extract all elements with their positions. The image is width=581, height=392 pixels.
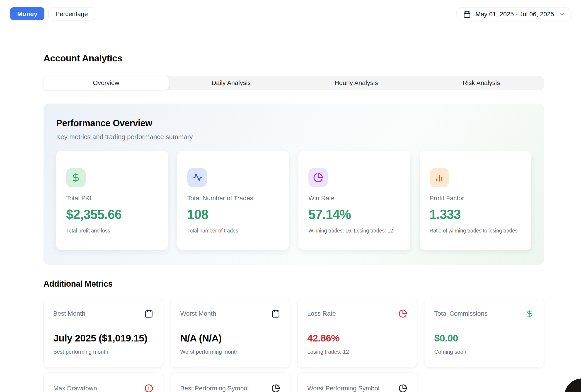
- best-month-value: July 2025 ($1,019.15): [53, 332, 153, 345]
- total-trades-label: Total Number of Trades: [188, 195, 279, 202]
- main-content: Account Analytics Overview Daily Analysi…: [44, 53, 544, 392]
- best-month-description: Best performing month: [53, 349, 153, 355]
- chat-fab-button[interactable]: [564, 378, 581, 392]
- top-bar: Money Percentage May 01, 2025 - Jul 06, …: [0, 0, 581, 21]
- max-drawdown-card: Max Drawdown: [44, 372, 163, 392]
- loss-rate-label: Loss Rate: [307, 310, 336, 317]
- total-trades-card: Total Number of Trades 108 Total number …: [178, 151, 289, 250]
- tab-hourly-analysis[interactable]: Hourly Analysis: [294, 76, 419, 90]
- best-performing-symbol-card: Best Performing Symbol: [171, 372, 290, 392]
- total-pnl-description: Total profit and loss: [66, 228, 158, 234]
- win-rate-label: Win Rate: [308, 195, 400, 202]
- tab-risk-analysis[interactable]: Risk Analysis: [419, 76, 544, 90]
- total-pnl-value: $2,355.66: [66, 207, 158, 222]
- total-commissions-description: Coming soon: [434, 349, 534, 355]
- win-rate-description: Winning trades: 16, Losing trades: 12: [308, 228, 400, 234]
- dollar-sign-icon: [66, 168, 86, 188]
- date-range-picker[interactable]: May 01, 2025 - Jul 06, 2025: [456, 7, 572, 21]
- alert-circle-icon: [144, 384, 153, 392]
- tab-overview[interactable]: Overview: [44, 76, 168, 90]
- total-commissions-label: Total Commissions: [434, 310, 488, 317]
- worst-performing-symbol-label: Worst Performing Symbol: [307, 385, 379, 392]
- worst-month-description: Worst performing month: [180, 349, 280, 355]
- date-range-text: May 01, 2025 - Jul 06, 2025: [476, 11, 554, 18]
- profit-factor-description: Ratio of winning trades to losing trades: [430, 228, 522, 234]
- best-performing-symbol-label: Best Performing Symbol: [180, 385, 249, 392]
- profit-factor-card: Profit Factor 1.333 Ratio of winning tra…: [420, 151, 531, 250]
- performance-overview-section: Performance Overview Key metrics and tra…: [44, 104, 544, 265]
- profit-factor-label: Profit Factor: [430, 195, 522, 202]
- calendar-icon: [144, 309, 153, 318]
- win-rate-card: Win Rate 57.14% Winning trades: 16, Losi…: [298, 151, 410, 250]
- tab-daily-analysis[interactable]: Daily Analysis: [168, 76, 294, 90]
- loss-rate-card: Loss Rate 42.86% Losing trades: 12: [298, 298, 417, 367]
- worst-performing-symbol-card: Worst Performing Symbol: [298, 372, 417, 392]
- win-rate-value: 57.14%: [308, 207, 400, 222]
- pie-chart-icon: [398, 384, 407, 392]
- total-trades-description: Total number of trades: [188, 228, 279, 234]
- dollar-sign-icon: [526, 309, 534, 318]
- worst-month-value: N/A (N/A): [180, 332, 280, 345]
- additional-metrics-grid-row2: Max Drawdown Best Performing Symbol: [44, 372, 544, 392]
- pie-chart-icon: [398, 309, 407, 318]
- calendar-icon: [463, 10, 471, 18]
- page-title: Account Analytics: [44, 53, 544, 64]
- calendar-icon: [272, 309, 280, 318]
- money-toggle-button[interactable]: Money: [10, 7, 44, 20]
- additional-metrics-title: Additional Metrics: [44, 279, 544, 289]
- money-percentage-toggle: Money Percentage: [10, 7, 95, 20]
- best-month-label: Best Month: [53, 310, 86, 317]
- total-pnl-label: Total P&L: [66, 195, 158, 202]
- total-pnl-card: Total P&L $2,355.66 Total profit and los…: [56, 151, 168, 250]
- max-drawdown-label: Max Drawdown: [53, 385, 97, 392]
- best-month-card: Best Month July 2025 ($1,019.15) Best pe…: [44, 298, 163, 367]
- additional-metrics-grid: Best Month July 2025 ($1,019.15) Best pe…: [44, 298, 544, 367]
- total-trades-value: 108: [188, 207, 279, 222]
- performance-overview-title: Performance Overview: [56, 118, 531, 128]
- total-commissions-value: $0.00: [434, 332, 534, 345]
- chevron-down-icon: [558, 11, 565, 18]
- loss-rate-description: Losing trades: 12: [307, 349, 407, 355]
- pie-chart-icon: [272, 384, 280, 392]
- loss-rate-value: 42.86%: [307, 332, 407, 345]
- bar-chart-icon: [430, 168, 449, 188]
- performance-metric-grid: Total P&L $2,355.66 Total profit and los…: [56, 151, 531, 250]
- worst-month-card: Worst Month N/A (N/A) Worst performing m…: [171, 298, 290, 367]
- worst-month-label: Worst Month: [180, 310, 216, 317]
- pie-chart-icon: [308, 168, 328, 188]
- analytics-tabbar: Overview Daily Analysis Hourly Analysis …: [44, 76, 544, 90]
- profit-factor-value: 1.333: [430, 207, 522, 222]
- total-commissions-card: Total Commissions $0.00 Coming soon: [425, 298, 544, 367]
- activity-icon: [188, 168, 207, 188]
- performance-overview-subtitle: Key metrics and trading performance summ…: [56, 133, 531, 141]
- percentage-toggle-button[interactable]: Percentage: [48, 7, 95, 20]
